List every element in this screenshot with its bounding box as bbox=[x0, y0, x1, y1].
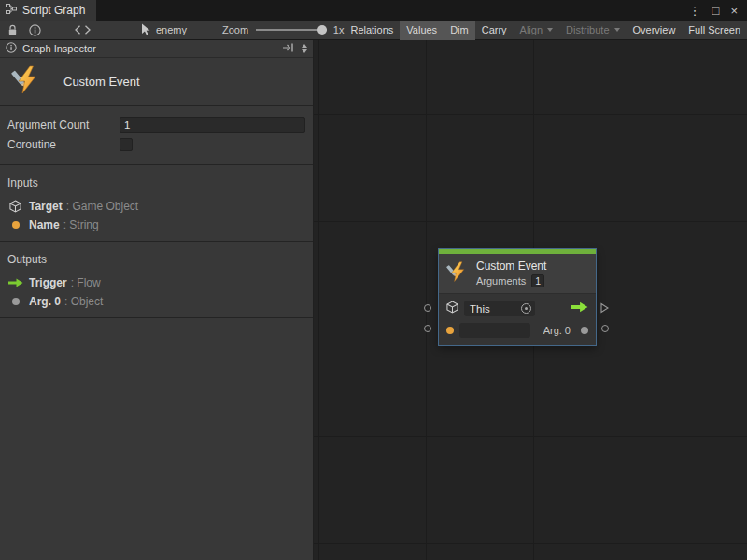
argument-count-input[interactable] bbox=[120, 117, 305, 133]
distribute-dropdown[interactable]: Distribute bbox=[559, 21, 626, 40]
list-item: Arg. 0 : Object bbox=[0, 292, 313, 311]
maximize-icon[interactable]: □ bbox=[712, 4, 720, 18]
info-icon bbox=[6, 42, 17, 55]
graph-name: enemy bbox=[156, 24, 187, 35]
node-body: This Arg. 0 bbox=[439, 294, 596, 345]
toolbar-buttons: Relations Values Dim Carry Align Distrib… bbox=[344, 21, 747, 40]
arguments-count-field[interactable]: 1 bbox=[531, 274, 544, 287]
arg0-label: Arg. 0 bbox=[543, 325, 571, 336]
titlebar: Script Graph ⋮ □ × bbox=[0, 0, 747, 21]
custom-event-node[interactable]: Custom Event Arguments 1 This bbox=[439, 249, 596, 345]
arguments-label: Arguments bbox=[476, 275, 526, 287]
graph-inspector-panel: Graph Inspector Custom Event Argument Co… bbox=[0, 40, 314, 560]
lock-icon[interactable] bbox=[7, 24, 18, 36]
close-icon[interactable]: × bbox=[730, 4, 738, 18]
list-item: Trigger : Flow bbox=[0, 273, 313, 292]
values-button[interactable]: Values bbox=[400, 21, 444, 40]
graph-inspector-header[interactable]: Graph Inspector bbox=[0, 40, 313, 58]
value-port-icon bbox=[7, 221, 23, 229]
overview-button[interactable]: Overview bbox=[627, 21, 683, 40]
inputs-section: Inputs Target : Game Object Name : Strin… bbox=[0, 165, 313, 242]
arg0-output-port[interactable] bbox=[601, 325, 609, 332]
zoom-value: 1x bbox=[333, 24, 345, 35]
graph-canvas[interactable]: Custom Event Arguments 1 This bbox=[314, 40, 747, 560]
target-dropdown[interactable]: This bbox=[464, 301, 535, 316]
port-type: : Flow bbox=[71, 276, 101, 289]
full-screen-button[interactable]: Full Screen bbox=[682, 21, 747, 40]
name-input-port[interactable] bbox=[424, 325, 431, 332]
coroutine-label: Coroutine bbox=[7, 138, 120, 151]
port-type: : Game Object bbox=[66, 200, 138, 213]
port-name: Arg. 0 bbox=[29, 295, 61, 308]
unit-title: Custom Event bbox=[63, 75, 140, 89]
port-name: Trigger bbox=[29, 276, 67, 289]
argument-count-row: Argument Count bbox=[7, 115, 305, 134]
port-type: : String bbox=[63, 218, 99, 231]
custom-event-icon bbox=[11, 65, 41, 98]
port-type: : Object bbox=[64, 295, 103, 308]
info-icon[interactable] bbox=[29, 24, 41, 36]
object-port-icon[interactable] bbox=[581, 327, 588, 334]
dock-icon[interactable] bbox=[282, 42, 294, 55]
object-picker-icon[interactable] bbox=[521, 303, 531, 314]
port-name: Target bbox=[29, 200, 63, 213]
target-input-port[interactable] bbox=[424, 304, 431, 312]
unit-fields: Argument Count Coroutine bbox=[0, 106, 313, 165]
cursor-icon bbox=[141, 23, 151, 37]
chevron-down-icon bbox=[614, 28, 620, 32]
graph-toolbar: enemy Zoom 1x Relations Values Dim Carry… bbox=[0, 21, 747, 40]
custom-event-icon bbox=[446, 261, 468, 286]
flow-arrow-icon bbox=[7, 278, 23, 287]
zoom-label: Zoom bbox=[222, 24, 248, 35]
list-item: Name : String bbox=[0, 216, 313, 234]
relations-button[interactable]: Relations bbox=[344, 21, 400, 40]
object-port-icon bbox=[7, 298, 23, 305]
outputs-heading: Outputs bbox=[0, 246, 313, 273]
script-graph-icon bbox=[6, 4, 17, 17]
flow-arrow-icon[interactable] bbox=[571, 301, 588, 315]
port-name: Name bbox=[29, 218, 60, 231]
target-row: This bbox=[446, 301, 588, 316]
node-title: Custom Event bbox=[476, 259, 546, 273]
scroll-spinner[interactable] bbox=[302, 44, 307, 53]
zoom-slider-track bbox=[256, 29, 327, 31]
list-item: Target : Game Object bbox=[0, 197, 313, 216]
distribute-label: Distribute bbox=[566, 24, 609, 35]
align-dropdown[interactable]: Align bbox=[514, 21, 559, 40]
graph-reference[interactable]: enemy bbox=[141, 23, 187, 37]
window-controls: ⋮ □ × bbox=[689, 0, 747, 21]
cube-icon bbox=[7, 200, 23, 213]
value-port-icon[interactable] bbox=[446, 327, 454, 334]
zoom-slider-knob[interactable] bbox=[317, 25, 327, 35]
chevron-up-icon bbox=[302, 44, 307, 48]
name-row: Arg. 0 bbox=[446, 322, 588, 338]
coroutine-checkbox[interactable] bbox=[120, 138, 133, 151]
chevron-down-icon bbox=[302, 49, 307, 53]
trigger-output-port[interactable] bbox=[600, 302, 609, 316]
unit-header: Custom Event bbox=[0, 58, 313, 106]
chevron-down-icon bbox=[547, 28, 553, 32]
target-value: This bbox=[470, 303, 490, 315]
argument-count-label: Argument Count bbox=[7, 119, 120, 132]
inputs-heading: Inputs bbox=[0, 170, 313, 197]
graph-inspector-title: Graph Inspector bbox=[22, 43, 96, 54]
code-icon[interactable] bbox=[75, 25, 91, 35]
outputs-section: Outputs Trigger : Flow Arg. 0 : Object bbox=[0, 242, 313, 318]
carry-button[interactable]: Carry bbox=[475, 21, 514, 40]
node-header[interactable]: Custom Event Arguments 1 bbox=[439, 254, 596, 294]
tab-title: Script Graph bbox=[22, 4, 85, 17]
coroutine-row: Coroutine bbox=[7, 134, 305, 154]
zoom-slider[interactable] bbox=[256, 25, 327, 35]
window-menu-icon[interactable]: ⋮ bbox=[689, 4, 701, 18]
tab-script-graph[interactable]: Script Graph bbox=[0, 0, 96, 21]
align-label: Align bbox=[520, 24, 543, 35]
cube-icon bbox=[446, 301, 458, 316]
dim-button[interactable]: Dim bbox=[444, 21, 475, 40]
event-name-input[interactable] bbox=[459, 323, 530, 338]
